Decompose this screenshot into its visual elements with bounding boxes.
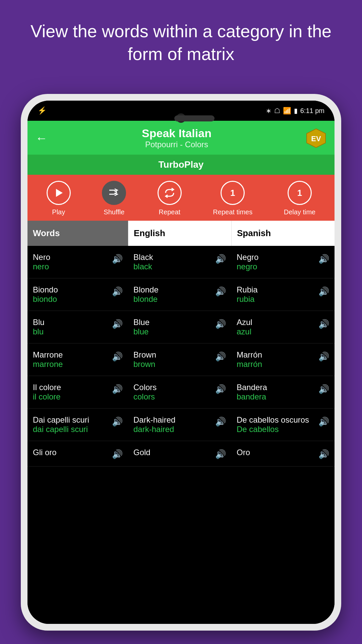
english-cell: Blueblue 🔊	[128, 311, 231, 343]
col-words: Words	[27, 221, 128, 246]
word-cell: Blublu 🔊	[27, 311, 128, 343]
col-spanish: Spanish	[231, 221, 335, 246]
speaker-icon[interactable]: 🔊	[112, 449, 123, 460]
shuffle-button[interactable]: Shuffle	[102, 181, 126, 216]
word-table: Words English Spanish Neronero 🔊 Blackbl…	[27, 221, 335, 624]
table-row: Blublu 🔊 Blueblue 🔊 Azulazul 🔊	[27, 311, 335, 343]
table-row: Gli oro 🔊 Gold 🔊 Oro 🔊	[27, 441, 335, 467]
back-button[interactable]: ←	[36, 131, 48, 145]
app-header: ← Speak Italian Potpourri - Colors EV	[27, 121, 335, 155]
ev-logo: EV	[306, 128, 326, 149]
word-cell: Dai capelli scuridai capelli scuri 🔊	[27, 409, 128, 441]
table-row: Biondobiondo 🔊 Blondeblonde 🔊 Rubiarubia…	[27, 278, 335, 311]
spanish-cell: De cabellos oscurosDe cabellos 🔊	[231, 409, 335, 441]
english-cell: Dark-haireddark-haired 🔊	[128, 409, 231, 441]
english-cell: Gold 🔊	[128, 441, 231, 466]
table-header: Words English Spanish	[27, 221, 335, 246]
repeat-label: Repeat	[159, 208, 181, 216]
word-cell: Marronemarrone 🔊	[27, 343, 128, 376]
spanish-cell: Azulazul 🔊	[231, 311, 335, 343]
speaker-icon[interactable]: 🔊	[215, 417, 226, 427]
speaker-icon[interactable]: 🔊	[215, 254, 226, 264]
battery-icon: ▮	[294, 107, 298, 115]
delay-time-icon: 1	[288, 181, 312, 205]
repeat-times-icon: 1	[221, 181, 245, 205]
app-header-center: Speak Italian Potpourri - Colors	[48, 127, 306, 149]
speaker-icon[interactable]: 🔊	[318, 286, 329, 297]
spanish-cell: Marrónmarrón 🔊	[231, 343, 335, 376]
speaker-icon[interactable]: 🔊	[215, 384, 226, 394]
speaker-icon[interactable]: 🔊	[318, 449, 329, 460]
status-left: ⚡	[38, 106, 47, 115]
app-title: Speak Italian	[48, 127, 306, 140]
word-cell: Il coloreil colore 🔊	[27, 376, 128, 408]
phone-signal-icon: ☖	[274, 107, 280, 115]
turboplay-label: TurboPlay	[159, 159, 204, 170]
speaker-icon[interactable]: 🔊	[112, 417, 123, 427]
phone-frame: ⚡ ∗ ☖ 📶 ▮ 6:11 pm ← Speak Italian Potpou…	[21, 94, 341, 631]
speaker-icon[interactable]: 🔊	[215, 449, 226, 460]
col-english: English	[128, 221, 231, 246]
play-label: Play	[52, 208, 65, 216]
speaker-icon[interactable]: 🔊	[318, 319, 329, 329]
english-cell: Blackblack 🔊	[128, 246, 231, 278]
spanish-cell: Oro 🔊	[231, 441, 335, 466]
play-button[interactable]: Play	[47, 181, 71, 216]
word-cell: Neronero 🔊	[27, 246, 128, 278]
speaker-icon[interactable]: 🔊	[318, 384, 329, 394]
speaker-notch	[174, 115, 215, 121]
speaker-icon[interactable]: 🔊	[112, 384, 123, 394]
word-cell: Biondobiondo 🔊	[27, 278, 128, 311]
speaker-icon[interactable]: 🔊	[112, 286, 123, 297]
speaker-icon[interactable]: 🔊	[215, 286, 226, 297]
english-cell: Colorscolors 🔊	[128, 376, 231, 408]
speaker-icon[interactable]: 🔊	[318, 352, 329, 362]
speaker-icon[interactable]: 🔊	[215, 352, 226, 362]
shuffle-label: Shuffle	[104, 208, 124, 216]
controls-bar: Play Shuffle	[27, 175, 335, 221]
table-row: Il coloreil colore 🔊 Colorscolors 🔊 Band…	[27, 376, 335, 409]
table-row: Marronemarrone 🔊 Brownbrown 🔊 Marrónmarr…	[27, 343, 335, 376]
table-row: Dai capelli scuridai capelli scuri 🔊 Dar…	[27, 409, 335, 441]
speaker-icon[interactable]: 🔊	[215, 319, 226, 329]
speaker-icon[interactable]: 🔊	[318, 417, 329, 427]
time-display: 6:11 pm	[300, 107, 324, 115]
bluetooth-icon: ∗	[266, 107, 272, 115]
svg-marker-2	[56, 189, 63, 197]
phone-inner: ⚡ ∗ ☖ 📶 ▮ 6:11 pm ← Speak Italian Potpou…	[27, 101, 335, 624]
repeat-icon	[158, 181, 182, 205]
usb-icon: ⚡	[38, 106, 47, 115]
speaker-icon[interactable]: 🔊	[112, 352, 123, 362]
table-row: Neronero 🔊 Blackblack 🔊 Negronegro 🔊	[27, 246, 335, 278]
english-cell: Blondeblonde 🔊	[128, 278, 231, 311]
word-cell: Gli oro 🔊	[27, 441, 128, 466]
play-icon	[47, 181, 71, 205]
delay-time-button[interactable]: 1 Delay time	[284, 181, 315, 216]
spanish-cell: Negronegro 🔊	[231, 246, 335, 278]
page-bg-title: View the words within a category in the …	[0, 0, 362, 79]
wifi-icon: 📶	[283, 107, 291, 115]
speaker-icon[interactable]: 🔊	[112, 254, 123, 264]
status-right: ∗ ☖ 📶 ▮ 6:11 pm	[266, 107, 324, 115]
english-cell: Brownbrown 🔊	[128, 343, 231, 376]
repeat-button[interactable]: Repeat	[158, 181, 182, 216]
app-subtitle: Potpourri - Colors	[48, 140, 306, 149]
turboplay-bar[interactable]: TurboPlay	[27, 155, 335, 175]
spanish-cell: Banderabandera 🔊	[231, 376, 335, 408]
repeat-times-button[interactable]: 1 Repeat times	[213, 181, 252, 216]
shuffle-icon	[102, 181, 126, 205]
repeat-times-label: Repeat times	[213, 208, 252, 216]
speaker-icon[interactable]: 🔊	[112, 319, 123, 329]
delay-time-label: Delay time	[284, 208, 315, 216]
svg-text:EV: EV	[311, 134, 321, 143]
spanish-cell: Rubiarubia 🔊	[231, 278, 335, 311]
speaker-icon[interactable]: 🔊	[318, 254, 329, 264]
